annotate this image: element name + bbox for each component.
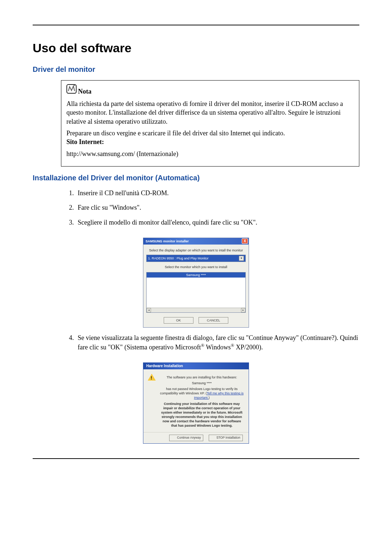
monitor-listbox[interactable]: Samsung **** ◂ ▸ [146,272,246,313]
adapter-dropdown[interactable]: 1. RADEON 9550 : Plug and Play Monitor ▾ [146,255,246,262]
step-3: Scegliere il modello di monitor dall'ele… [75,218,359,227]
site-url: http://www.samsung.com/ (Internazionale) [66,149,354,158]
step-1: Inserire il CD nell'unità CD-ROM. [75,189,359,197]
installer-instr-2: Select the monitor which you want to ins… [146,265,246,269]
svg-rect-0 [67,85,76,93]
warning-title: Hardware Installation [143,363,249,369]
bottom-rule [33,458,359,459]
registered-icon: ® [201,343,205,348]
registered-icon: ® [231,343,234,348]
chevron-down-icon[interactable]: ▾ [239,256,244,261]
scroll-left-icon[interactable]: ◂ [147,308,151,312]
steps-list: Inserire il CD nell'unità CD-ROM. Fare c… [61,189,359,227]
note-para-1: Alla richiesta da parte del sistema oper… [66,99,354,126]
installer-instr-1: Select the display adapter on which you … [146,248,246,253]
note-box: Nota Alla richiesta da parte del sistema… [61,80,359,167]
installer-dialog: SAMSUNG monitor installer X Select the d… [143,238,249,328]
warning-device: Samsung **** [159,381,244,385]
monitor-selected-item[interactable]: Samsung **** [147,272,245,278]
site-label: Sito Internet: [66,138,104,145]
close-icon[interactable]: X [242,238,248,244]
installer-title: SAMSUNG monitor installer [146,239,189,243]
scroll-right-icon[interactable]: ▸ [241,308,245,312]
steps-list-cont: Se viene visualizzata la seguente finest… [61,333,359,352]
stop-installation-button[interactable]: STOP Installation [209,435,243,441]
section-install: Installazione del Driver del monitor (Au… [33,173,359,183]
continue-anyway-button[interactable]: Continue Anyway [169,435,203,441]
warning-line-2: has not passed Windows Logo testing to v… [159,387,244,400]
warning-line-1: The software you are installing for this… [159,375,244,379]
step-2: Fare clic su "Windows". [75,203,359,212]
note-para-2: Preparare un disco vergine e scaricare i… [66,129,354,147]
warning-icon [148,374,156,381]
cancel-button[interactable]: CANCEL [199,317,228,324]
hardware-warning-dialog: Hardware Installation The software you a… [143,362,249,444]
page-title: Uso del software [33,40,359,57]
step-4: Se viene visualizzata la seguente finest… [75,333,359,352]
installer-titlebar: SAMSUNG monitor installer X [143,238,249,245]
section-driver: Driver del monitor [33,65,359,74]
note-label: Nota [78,87,91,96]
h-scrollbar[interactable]: ◂ ▸ [147,308,245,312]
adapter-selected: 1. RADEON 9550 : Plug and Play Monitor [148,256,209,260]
warning-bold-para: Continuing your installation of this sof… [159,402,244,428]
note-icon [66,84,77,96]
top-rule [33,25,359,25]
ok-button[interactable]: OK [164,317,193,324]
